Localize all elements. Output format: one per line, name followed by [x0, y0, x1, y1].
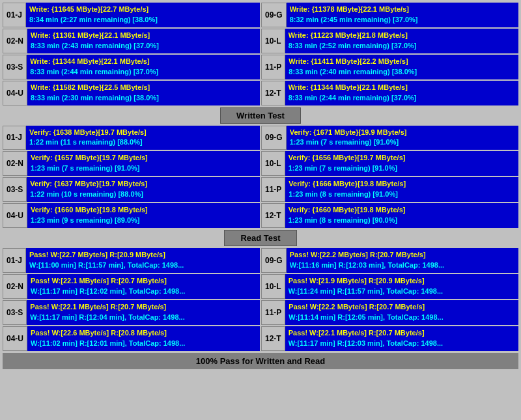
read-left-1: 02-NPass! W:[22.1 MByte/s] R:[20.7 MByte…: [3, 274, 260, 299]
drive-label-left-1: 02-N: [3, 274, 27, 299]
read-left-0: 01-JPass! W:[22.7 MByte/s] R:[20.9 MByte…: [3, 248, 260, 273]
drive-label-left-2: 03-S: [3, 300, 27, 325]
read-row-2: 03-SPass! W:[22.1 MByte/s] R:[20.7 MByte…: [3, 300, 518, 325]
bottom-status-bar: 100% Pass for Written and Read: [3, 353, 518, 369]
drive-label-right-0: 09-G: [261, 248, 287, 273]
cell-content-left-3: Verify: {1660 MByte}[19.8 MByte/s]1:23 m…: [27, 203, 260, 228]
written-test-label-row: Written Test: [3, 107, 518, 124]
drive-label-right-0: 09-G: [261, 3, 287, 27]
cell-content-left-0: Verify: {1638 MByte}[19.7 MByte/s]1:22 m…: [26, 126, 260, 150]
cell-content-left-3: Pass! W:[22.6 MByte/s] R:[20.8 MByte/s]W…: [27, 326, 260, 351]
cell-content-right-1: Verify: {1656 MByte}[19.7 MByte/s]1:23 m…: [285, 151, 518, 176]
verify-left-1: 02-NVerify: {1657 MByte}[19.7 MByte/s]1:…: [3, 151, 260, 176]
read-right-3: 12-TPass! W:[22.1 MByte/s] R:[20.7 MByte…: [261, 326, 518, 351]
read-right-2: 11-PPass! W:[22.2 MByte/s] R:[20.7 MByte…: [261, 300, 518, 325]
write-row-2: 03-SWrite: {11344 MByte}[22.1 MByte/s]8:…: [3, 55, 518, 79]
verify-right-1: 10-LVerify: {1656 MByte}[19.7 MByte/s]1:…: [261, 151, 518, 176]
drive-label-left-1: 02-N: [3, 29, 27, 53]
read-test-label: Read Test: [224, 230, 296, 246]
drive-label-left-0: 01-J: [3, 248, 26, 273]
cell-content-right-0: Write: {11378 MByte}[22.1 MByte/s]8:32 m…: [287, 3, 518, 27]
cell-content-left-1: Pass! W:[22.1 MByte/s] R:[20.7 MByte/s]W…: [27, 274, 260, 299]
cell-content-right-1: Pass! W:[21.9 MByte/s] R:[20.9 MByte/s]W…: [285, 274, 518, 299]
cell-content-left-2: Write: {11344 MByte}[22.1 MByte/s]8:33 m…: [27, 55, 260, 79]
read-section: 01-JPass! W:[22.7 MByte/s] R:[20.9 MByte…: [3, 248, 518, 351]
write-right-0: 09-GWrite: {11378 MByte}[22.1 MByte/s]8:…: [261, 3, 518, 27]
verify-left-2: 03-SVerify: {1637 MByte}[19.7 MByte/s]1:…: [3, 177, 260, 202]
write-left-2: 03-SWrite: {11344 MByte}[22.1 MByte/s]8:…: [3, 55, 260, 79]
cell-content-left-2: Verify: {1637 MByte}[19.7 MByte/s]1:22 m…: [27, 177, 260, 202]
write-right-2: 11-PWrite: {11411 MByte}[22.2 MByte/s]8:…: [261, 55, 518, 79]
read-row-1: 02-NPass! W:[22.1 MByte/s] R:[20.7 MByte…: [3, 274, 518, 299]
drive-label-right-3: 12-T: [261, 326, 285, 351]
cell-content-right-2: Write: {11411 MByte}[22.2 MByte/s]8:33 m…: [285, 55, 518, 79]
drive-label-right-1: 10-L: [261, 151, 285, 176]
verify-row-3: 04-UVerify: {1660 MByte}[19.8 MByte/s]1:…: [3, 203, 518, 228]
verify-right-0: 09-GVerify: {1671 MByte}[19.9 MByte/s]1:…: [261, 126, 518, 150]
drive-label-left-0: 01-J: [3, 3, 26, 27]
drive-label-right-1: 10-L: [261, 274, 285, 299]
drive-label-left-2: 03-S: [3, 55, 27, 79]
cell-content-right-0: Pass! W:[22.2 MByte/s] R:[20.7 MByte/s]W…: [287, 248, 518, 273]
read-right-1: 10-LPass! W:[21.9 MByte/s] R:[20.9 MByte…: [261, 274, 518, 299]
cell-content-right-3: Write: {11344 MByte}[22.1 MByte/s]8:33 m…: [285, 81, 518, 105]
drive-label-right-2: 11-P: [261, 55, 285, 79]
drive-label-left-0: 01-J: [3, 126, 26, 150]
cell-content-left-1: Verify: {1657 MByte}[19.7 MByte/s]1:23 m…: [27, 151, 260, 176]
write-right-1: 10-LWrite: {11223 MByte}[21.8 MByte/s]8:…: [261, 29, 518, 53]
cell-content-left-2: Pass! W:[22.1 MByte/s] R:[20.7 MByte/s]W…: [27, 300, 260, 325]
verify-left-3: 04-UVerify: {1660 MByte}[19.8 MByte/s]1:…: [3, 203, 260, 228]
drive-label-right-1: 10-L: [261, 29, 285, 53]
main-container: 01-JWrite: {11645 MByte}[22.7 MByte/s]8:…: [0, 0, 521, 372]
verify-row-1: 02-NVerify: {1657 MByte}[19.7 MByte/s]1:…: [3, 151, 518, 176]
read-row-0: 01-JPass! W:[22.7 MByte/s] R:[20.9 MByte…: [3, 248, 518, 273]
write-left-3: 04-UWrite: {11582 MByte}[22.5 MByte/s]8:…: [3, 81, 260, 105]
drive-label-right-2: 11-P: [261, 300, 285, 325]
cell-content-right-2: Verify: {1666 MByte}[19.8 MByte/s]1:23 m…: [285, 177, 518, 202]
cell-content-right-1: Write: {11223 MByte}[21.8 MByte/s]8:33 m…: [285, 29, 518, 53]
cell-content-right-0: Verify: {1671 MByte}[19.9 MByte/s]1:23 m…: [287, 126, 518, 150]
cell-content-left-1: Write: {11361 MByte}[22.1 MByte/s]8:33 m…: [27, 29, 260, 53]
cell-content-right-3: Verify: {1660 MByte}[19.8 MByte/s]1:23 m…: [285, 203, 518, 228]
write-row-3: 04-UWrite: {11582 MByte}[22.5 MByte/s]8:…: [3, 81, 518, 105]
drive-label-right-0: 09-G: [261, 126, 287, 150]
verify-right-3: 12-TVerify: {1660 MByte}[19.8 MByte/s]1:…: [261, 203, 518, 228]
cell-content-left-3: Write: {11582 MByte}[22.5 MByte/s]8:33 m…: [27, 81, 260, 105]
drive-label-right-3: 12-T: [261, 81, 285, 105]
read-left-3: 04-UPass! W:[22.6 MByte/s] R:[20.8 MByte…: [3, 326, 260, 351]
write-row-1: 02-NWrite: {11361 MByte}[22.1 MByte/s]8:…: [3, 29, 518, 53]
write-left-0: 01-JWrite: {11645 MByte}[22.7 MByte/s]8:…: [3, 3, 260, 27]
verify-section: 01-JVerify: {1638 MByte}[19.7 MByte/s]1:…: [3, 126, 518, 229]
written-test-label: Written Test: [220, 107, 301, 124]
write-left-1: 02-NWrite: {11361 MByte}[22.1 MByte/s]8:…: [3, 29, 260, 53]
read-test-label-row: Read Test: [3, 230, 518, 246]
cell-content-left-0: Pass! W:[22.7 MByte/s] R:[20.9 MByte/s]W…: [26, 248, 260, 273]
cell-content-right-2: Pass! W:[22.2 MByte/s] R:[20.7 MByte/s]W…: [285, 300, 518, 325]
drive-label-left-1: 02-N: [3, 151, 27, 176]
drive-label-left-3: 04-U: [3, 81, 27, 105]
read-right-0: 09-GPass! W:[22.2 MByte/s] R:[20.7 MByte…: [261, 248, 518, 273]
read-left-2: 03-SPass! W:[22.1 MByte/s] R:[20.7 MByte…: [3, 300, 260, 325]
cell-content-right-3: Pass! W:[22.1 MByte/s] R:[20.7 MByte/s]W…: [285, 326, 518, 351]
drive-label-left-3: 04-U: [3, 326, 27, 351]
drive-label-right-2: 11-P: [261, 177, 285, 202]
verify-left-0: 01-JVerify: {1638 MByte}[19.7 MByte/s]1:…: [3, 126, 260, 150]
drive-label-left-3: 04-U: [3, 203, 27, 228]
verify-right-2: 11-PVerify: {1666 MByte}[19.8 MByte/s]1:…: [261, 177, 518, 202]
cell-content-left-0: Write: {11645 MByte}[22.7 MByte/s]8:34 m…: [26, 3, 260, 27]
write-right-3: 12-TWrite: {11344 MByte}[22.1 MByte/s]8:…: [261, 81, 518, 105]
read-row-3: 04-UPass! W:[22.6 MByte/s] R:[20.8 MByte…: [3, 326, 518, 351]
write-section: 01-JWrite: {11645 MByte}[22.7 MByte/s]8:…: [3, 3, 518, 105]
verify-row-0: 01-JVerify: {1638 MByte}[19.7 MByte/s]1:…: [3, 126, 518, 150]
drive-label-right-3: 12-T: [261, 203, 285, 228]
write-row-0: 01-JWrite: {11645 MByte}[22.7 MByte/s]8:…: [3, 3, 518, 27]
drive-label-left-2: 03-S: [3, 177, 27, 202]
verify-row-2: 03-SVerify: {1637 MByte}[19.7 MByte/s]1:…: [3, 177, 518, 202]
